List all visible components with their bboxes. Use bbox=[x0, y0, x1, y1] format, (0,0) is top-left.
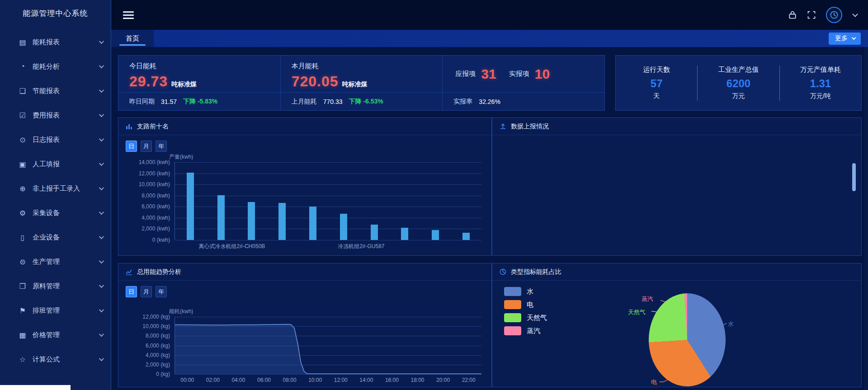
actual-label: 实报项 bbox=[509, 70, 529, 78]
y-tick: 0 (kg) bbox=[126, 371, 170, 377]
chevron-down-icon bbox=[99, 356, 104, 361]
sidebar-item-9[interactable]: ▯企业设备 bbox=[0, 225, 111, 249]
material-icon: ❒ bbox=[17, 282, 28, 291]
chevron-down-icon bbox=[99, 185, 104, 190]
kpi-report: 应报项 31 实报项 10 实报率 32.26% bbox=[442, 56, 604, 110]
energy-analysis-icon: ◔ bbox=[17, 62, 28, 70]
x-tick: 00:00 bbox=[175, 377, 200, 383]
y-tick: 12,000 (kg) bbox=[126, 314, 170, 320]
bottom-white-strip bbox=[0, 385, 71, 390]
fullscreen-icon[interactable] bbox=[807, 10, 816, 19]
tab-bar: 首页 更多 bbox=[111, 30, 868, 47]
chevron-down-icon bbox=[99, 258, 104, 263]
kpi-month: 本月能耗 720.05 吨标准煤 上月能耗 770.33 下降 -6.53% bbox=[280, 56, 443, 110]
sidebar: 能源管理中心系统 ▤能耗报表◔能耗分析❏节能报表☑费用报表⊙日志报表▣人工填报⊕… bbox=[0, 0, 111, 390]
bar-8[interactable] bbox=[401, 228, 408, 240]
x-tick bbox=[175, 243, 199, 250]
sidebar-item-4[interactable]: ☑费用报表 bbox=[0, 103, 111, 127]
upload-icon bbox=[500, 123, 506, 130]
x-tick: 22:00 bbox=[456, 377, 481, 383]
page-scrollbar[interactable] bbox=[864, 47, 868, 390]
sidebar-item-8[interactable]: ⚙采集设备 bbox=[0, 201, 111, 225]
bar-3[interactable] bbox=[248, 202, 255, 240]
y-tick: 4,000 (kg) bbox=[126, 352, 170, 358]
sidebar-item-10[interactable]: ⊜生产管理 bbox=[0, 249, 111, 274]
kpi-month-value: 720.05 bbox=[292, 73, 339, 90]
panel-title: 类型指标能耗占比 bbox=[511, 268, 561, 276]
lock-icon[interactable] bbox=[788, 10, 797, 19]
bar-7[interactable] bbox=[371, 225, 378, 240]
y-tick: 12,000 (kwh) bbox=[126, 170, 170, 177]
bar-10[interactable] bbox=[462, 233, 470, 240]
collect-device-icon: ⚙ bbox=[17, 209, 28, 217]
topbar bbox=[111, 0, 868, 30]
sidebar-item-1[interactable]: ▤能耗报表 bbox=[0, 30, 111, 54]
sidebar-item-14[interactable]: ☆计算公式 bbox=[0, 347, 111, 371]
energy-report-icon: ▤ bbox=[17, 38, 28, 47]
sidebar-item-6[interactable]: ▣人工填报 bbox=[0, 152, 111, 176]
bar-1[interactable] bbox=[187, 173, 194, 240]
period-tab-3[interactable]: 年 bbox=[156, 286, 167, 297]
sidebar-item-5[interactable]: ⊙日志报表 bbox=[0, 127, 111, 152]
bar-4[interactable] bbox=[278, 203, 286, 240]
pie-slice-label: 蒸汽 bbox=[642, 295, 653, 303]
x-tick bbox=[409, 243, 433, 250]
kpi-month-label: 本月能耗 bbox=[292, 62, 432, 70]
y-tick: 8,000 (kg) bbox=[126, 333, 170, 339]
main-area: 首页 更多 今日能耗 29.73 吨标准煤 昨日同期 31.57 下降 -5.8… bbox=[111, 0, 868, 390]
compare-label: 上月能耗 bbox=[292, 98, 317, 106]
compare-value: 31.57 bbox=[161, 98, 177, 105]
y-tick: 10,000 (kwh) bbox=[126, 181, 170, 188]
user-dropdown-icon[interactable] bbox=[852, 11, 858, 17]
y-tick: 0 (kwh) bbox=[126, 237, 170, 243]
x-tick: 08:00 bbox=[277, 377, 302, 383]
pie-slice-label: 水 bbox=[728, 320, 734, 328]
menu-toggle-icon[interactable] bbox=[123, 9, 134, 21]
sidebar-item-7[interactable]: ⊕非上报手工录入 bbox=[0, 176, 111, 201]
pie-chart: 水电天然气蒸汽 蒸汽 天然气 水 电 bbox=[492, 281, 861, 387]
panel-title: 支路前十名 bbox=[137, 122, 169, 131]
tab-home[interactable]: 首页 bbox=[111, 30, 154, 47]
kpi-month-unit: 吨标准煤 bbox=[342, 80, 368, 89]
period-tab-3[interactable]: 年 bbox=[156, 141, 167, 152]
trend-badge: 下降 -5.83% bbox=[183, 98, 217, 106]
period-tab-1[interactable]: 日 bbox=[126, 141, 137, 152]
sidebar-item-3[interactable]: ❏节能报表 bbox=[0, 79, 111, 103]
sidebar-item-2[interactable]: ◔能耗分析 bbox=[0, 54, 111, 79]
period-tab-2[interactable]: 月 bbox=[141, 286, 152, 297]
trend-badge: 下降 -6.53% bbox=[349, 98, 383, 106]
pie-slice-label: 电 bbox=[651, 378, 657, 386]
x-tick: 18:00 bbox=[405, 377, 430, 383]
sidebar-item-13[interactable]: ▦价格管理 bbox=[0, 323, 111, 347]
bar-6[interactable] bbox=[340, 214, 347, 240]
more-button[interactable]: 更多 bbox=[829, 33, 861, 45]
kpi-today: 今日能耗 29.73 吨标准煤 昨日同期 31.57 下降 -5.83% bbox=[118, 56, 280, 110]
x-tick: 04:00 bbox=[226, 377, 251, 383]
manual-entry-icon: ⊕ bbox=[17, 184, 28, 193]
x-tick: 16:00 bbox=[379, 377, 405, 383]
pie-graphic[interactable] bbox=[649, 293, 726, 386]
panel-energy-share-pie: 类型指标能耗占比 水电天然气蒸汽 蒸汽 天然气 水 电 bbox=[492, 263, 862, 387]
avatar[interactable] bbox=[826, 7, 842, 23]
period-tab-1[interactable]: 日 bbox=[126, 286, 137, 297]
enterprise-device-icon: ▯ bbox=[17, 233, 28, 242]
stat-1: 运行天数57天 bbox=[616, 66, 697, 100]
line-chart: 能耗(kwh) 12,000 (kg)10,000 (kg)8,000 (kg)… bbox=[126, 317, 484, 374]
x-tick: 20:00 bbox=[430, 377, 456, 383]
report-table bbox=[500, 141, 854, 250]
kpi-card-group: 今日能耗 29.73 吨标准煤 昨日同期 31.57 下降 -5.83% 本月能… bbox=[118, 55, 605, 111]
bar-2[interactable] bbox=[217, 195, 225, 240]
kpi-today-value: 29.73 bbox=[129, 73, 168, 90]
stats-card: 运行天数57天工业生产总值6200万元万元产值单耗1.31万元/吨 bbox=[615, 55, 862, 111]
panel-branch-top10: 支路前十名 日月年 产量(kwh) 14,000 (kwh)12,000 (kw… bbox=[118, 117, 492, 256]
sidebar-item-11[interactable]: ❒原料管理 bbox=[0, 274, 111, 298]
production-icon: ⊜ bbox=[17, 258, 28, 266]
table-scrollbar[interactable] bbox=[852, 163, 856, 191]
sidebar-item-12[interactable]: ⚑排班管理 bbox=[0, 298, 111, 323]
period-tab-2[interactable]: 月 bbox=[141, 141, 152, 152]
price-icon: ▦ bbox=[17, 331, 28, 339]
bar-5[interactable] bbox=[309, 207, 316, 240]
bar-9[interactable] bbox=[432, 230, 439, 240]
y-tick: 2,000 (kg) bbox=[126, 362, 170, 368]
y-tick: 14,000 (kwh) bbox=[126, 159, 170, 165]
